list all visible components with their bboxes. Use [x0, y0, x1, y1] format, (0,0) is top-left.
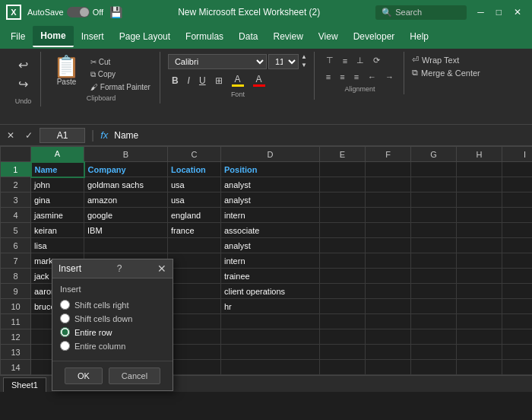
cell-H1[interactable] [457, 162, 502, 177]
cell-E14[interactable] [320, 360, 366, 375]
cell-F13[interactable] [366, 345, 411, 360]
cell-C4[interactable]: england [168, 208, 221, 223]
cell-G11[interactable] [411, 314, 457, 329]
cell-B4[interactable]: google [84, 208, 168, 223]
cell-H2[interactable] [457, 177, 502, 192]
cell-D5[interactable]: associate [221, 223, 320, 238]
cell-I2[interactable] [502, 177, 533, 192]
radio-entire-col-input[interactable] [60, 341, 70, 351]
row-header-8[interactable]: 8 [1, 269, 31, 284]
close-btn[interactable]: ✕ [509, 7, 526, 18]
cell-I5[interactable] [502, 223, 533, 238]
cell-E3[interactable] [320, 192, 366, 208]
cell-D12[interactable] [221, 329, 320, 345]
cell-A5[interactable]: keiran [31, 223, 84, 238]
font-size-select[interactable]: 11 [268, 54, 299, 69]
cell-E1[interactable] [320, 162, 366, 177]
row-header-7[interactable]: 7 [1, 253, 31, 269]
cell-H7[interactable] [457, 253, 502, 269]
autosave-toggle[interactable] [67, 7, 90, 18]
row-header-13[interactable]: 13 [1, 345, 31, 360]
increase-indent-button[interactable]: → [382, 70, 397, 84]
cell-B5[interactable]: IBM [84, 223, 168, 238]
cell-C6[interactable] [168, 238, 221, 253]
cell-G5[interactable] [411, 223, 457, 238]
cell-C3[interactable]: usa [168, 192, 221, 208]
cell-A4[interactable]: jasmine [31, 208, 84, 223]
cell-G10[interactable] [411, 299, 457, 314]
cell-A6[interactable]: lisa [31, 238, 84, 253]
cell-F2[interactable] [366, 177, 411, 192]
cell-D8[interactable]: trainee [221, 269, 320, 284]
cell-C14[interactable] [168, 360, 221, 375]
cell-G1[interactable] [411, 162, 457, 177]
cell-F10[interactable] [366, 299, 411, 314]
row-header-12[interactable]: 12 [1, 329, 31, 345]
cell-E4[interactable] [320, 208, 366, 223]
cell-G3[interactable] [411, 192, 457, 208]
radio-entire-col[interactable]: Entire column [60, 341, 165, 351]
cell-F1[interactable] [366, 162, 411, 177]
cell-reference-input[interactable] [40, 128, 85, 143]
cell-B6[interactable] [84, 238, 168, 253]
undo-button[interactable]: ↩ [15, 56, 31, 74]
cell-D2[interactable]: analyst [221, 177, 320, 192]
cell-G9[interactable] [411, 284, 457, 299]
cell-B2[interactable]: goldman sachs [84, 177, 168, 192]
align-left-button[interactable]: ≡ [322, 70, 334, 84]
cell-E13[interactable] [320, 345, 366, 360]
maximize-btn[interactable]: □ [492, 7, 506, 18]
font-size-decrease[interactable]: ▼ [300, 62, 308, 69]
menu-developer[interactable]: Developer [346, 27, 403, 46]
cell-H8[interactable] [457, 269, 502, 284]
cell-I8[interactable] [502, 269, 533, 284]
cell-D6[interactable]: analyst [221, 238, 320, 253]
cell-I4[interactable] [502, 208, 533, 223]
sheet-tab-1[interactable]: Sheet1 [3, 377, 46, 392]
bold-button[interactable]: B [168, 73, 182, 88]
cell-D3[interactable]: analyst [221, 192, 320, 208]
row-header-11[interactable]: 11 [1, 314, 31, 329]
row-header-5[interactable]: 5 [1, 223, 31, 238]
cell-C2[interactable]: usa [168, 177, 221, 192]
cell-C7[interactable] [168, 253, 221, 269]
radio-shift-down-input[interactable] [60, 313, 70, 323]
menu-view[interactable]: View [311, 27, 346, 46]
cell-B3[interactable]: amazon [84, 192, 168, 208]
cell-H6[interactable] [457, 238, 502, 253]
radio-shift-right[interactable]: Shift cells right [60, 300, 165, 310]
cell-G12[interactable] [411, 329, 457, 345]
cell-I1[interactable] [502, 162, 533, 177]
cell-F4[interactable] [366, 208, 411, 223]
cell-E11[interactable] [320, 314, 366, 329]
cut-button[interactable]: ✂ Cut [87, 56, 154, 68]
merge-center-button[interactable]: ⧉ Merge & Center [412, 68, 480, 78]
row-header-2[interactable]: 2 [1, 177, 31, 192]
border-button[interactable]: ⊞ [211, 73, 226, 88]
cell-A2[interactable]: john [31, 177, 84, 192]
align-center-button[interactable]: ≡ [336, 70, 348, 84]
col-header-F[interactable]: F [366, 147, 411, 162]
cell-H11[interactable] [457, 314, 502, 329]
cell-D14[interactable] [221, 360, 320, 375]
align-bottom-button[interactable]: ⊥ [353, 53, 368, 68]
cell-F14[interactable] [366, 360, 411, 375]
cell-E8[interactable] [320, 269, 366, 284]
cell-G2[interactable] [411, 177, 457, 192]
cell-G4[interactable] [411, 208, 457, 223]
cell-F6[interactable] [366, 238, 411, 253]
underline-button[interactable]: U [195, 73, 210, 88]
text-angle-button[interactable]: ⟳ [369, 53, 384, 68]
cell-C5[interactable]: france [168, 223, 221, 238]
dialog-help-icon[interactable]: ? [117, 263, 122, 274]
cell-F8[interactable] [366, 269, 411, 284]
cell-H12[interactable] [457, 329, 502, 345]
row-header-9[interactable]: 9 [1, 284, 31, 299]
cell-G7[interactable] [411, 253, 457, 269]
format-painter-button[interactable]: 🖌 Format Painter [87, 81, 154, 93]
radio-shift-right-input[interactable] [60, 300, 70, 310]
insert-dialog[interactable]: Insert ? ✕ Insert Shift cells right Shif… [52, 259, 173, 391]
paste-button[interactable]: 📋 Paste [49, 53, 84, 93]
cell-H3[interactable] [457, 192, 502, 208]
col-header-C[interactable]: C [168, 147, 221, 162]
